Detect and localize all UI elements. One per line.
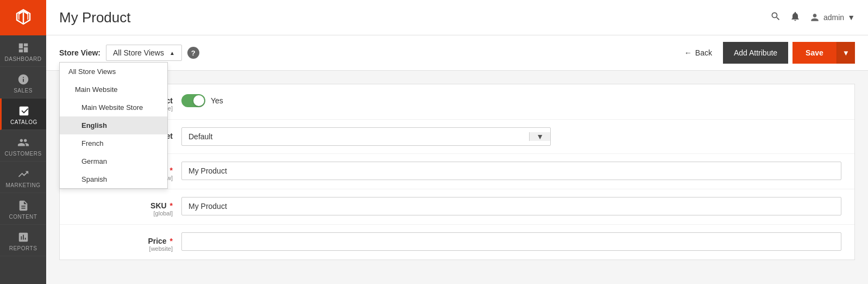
sidebar-item-marketing-label: Marketing (6, 182, 41, 188)
enable-product-value: Yes (211, 96, 223, 105)
select-arrow-icon: ▼ (529, 132, 550, 141)
sidebar: Dashboard Sales Catalog Customers Market… (0, 0, 46, 284)
back-label: Back (695, 48, 712, 57)
sidebar-item-dashboard[interactable]: Dashboard (0, 35, 46, 67)
svg-rect-0 (22, 12, 23, 23)
attribute-set-select-wrapper: Default ▼ (181, 127, 551, 146)
dropdown-item-main-website-store[interactable]: Main Website Store (60, 98, 167, 116)
save-button-group: Save ▼ (792, 42, 855, 64)
main-content: My Product admin ▼ Store View: All Store… (46, 0, 868, 284)
admin-menu[interactable]: admin ▼ (809, 12, 855, 23)
sidebar-item-dashboard-label: Dashboard (5, 56, 42, 62)
help-icon[interactable]: ? (187, 47, 199, 59)
sidebar-item-sales[interactable]: Sales (0, 67, 46, 98)
save-button[interactable]: Save (792, 42, 836, 64)
page-title: My Product (59, 9, 131, 26)
product-name-row: Product Name * [store view] (60, 154, 854, 189)
store-view-group: Store View: All Store Views ? All Store … (59, 45, 199, 61)
enable-product-control: Yes (181, 92, 841, 107)
form-content: Enable Product [website] Yes Attribute S… (46, 71, 868, 284)
price-label: Price * (73, 237, 173, 245)
enable-product-row: Enable Product [website] Yes (60, 84, 854, 120)
sidebar-item-sales-label: Sales (14, 88, 33, 94)
product-name-control (181, 162, 841, 180)
store-view-selector[interactable]: All Store Views (106, 45, 182, 61)
store-view-label: Store View: (59, 48, 100, 57)
add-attribute-button[interactable]: Add Attribute (723, 42, 788, 64)
toolbar-right: ← Back Add Attribute Save ▼ (678, 42, 855, 64)
save-dropdown-button[interactable]: ▼ (836, 42, 855, 64)
dropdown-item-spanish[interactable]: Spanish (60, 170, 167, 188)
product-name-input[interactable] (181, 162, 841, 180)
attribute-set-select[interactable]: Default (182, 128, 529, 145)
attribute-set-control: Default ▼ (181, 127, 841, 146)
enable-product-toggle-group: Yes (181, 92, 841, 107)
sku-row: SKU * [global] (60, 189, 854, 225)
page-toolbar: Store View: All Store Views ? All Store … (46, 35, 868, 71)
sidebar-item-content[interactable]: Content (0, 193, 46, 225)
sku-input[interactable] (181, 197, 841, 215)
dropdown-item-main-website[interactable]: Main Website (60, 81, 167, 98)
dropdown-item-all-store-views[interactable]: All Store Views (60, 63, 167, 81)
sidebar-item-customers[interactable]: Customers (0, 130, 46, 162)
sku-label-group: SKU * [global] (73, 197, 181, 217)
dropdown-item-english[interactable]: English (60, 116, 167, 134)
sidebar-item-content-label: Content (9, 214, 37, 220)
admin-dropdown-icon: ▼ (847, 13, 855, 22)
back-arrow-icon: ← (684, 48, 692, 57)
product-form: Enable Product [website] Yes Attribute S… (59, 84, 855, 260)
product-name-required: * (168, 166, 173, 175)
sku-scope: [global] (73, 210, 173, 217)
admin-label: admin (823, 13, 844, 22)
sidebar-item-catalog[interactable]: Catalog (0, 98, 46, 130)
store-view-dropdown: All Store Views Main Website Main Websit… (59, 62, 168, 189)
attribute-set-row: Attribute Set Default ▼ (60, 120, 854, 154)
dropdown-item-french[interactable]: French (60, 134, 167, 152)
price-row: Price * [website] (60, 225, 854, 260)
sku-required: * (168, 201, 173, 210)
enable-product-toggle[interactable] (181, 94, 205, 107)
page-header: My Product admin ▼ (46, 0, 868, 35)
bell-icon[interactable] (790, 11, 801, 24)
magento-logo[interactable] (0, 0, 46, 35)
price-label-group: Price * [website] (73, 232, 181, 252)
sidebar-item-customers-label: Customers (4, 151, 41, 157)
search-icon[interactable] (770, 11, 781, 24)
toggle-knob (193, 95, 204, 106)
sidebar-item-marketing[interactable]: Marketing (0, 162, 46, 193)
price-control (181, 232, 841, 251)
sidebar-item-reports[interactable]: Reports (0, 225, 46, 256)
sidebar-item-reports-label: Reports (9, 245, 37, 251)
save-dropdown-arrow: ▼ (842, 49, 850, 57)
header-actions: admin ▼ (770, 11, 855, 24)
sku-control (181, 197, 841, 215)
sku-label: SKU * (73, 201, 173, 210)
back-button[interactable]: ← Back (678, 44, 719, 61)
price-required: * (168, 237, 173, 245)
sidebar-item-catalog-label: Catalog (10, 119, 37, 125)
price-scope: [website] (73, 245, 173, 252)
store-view-value: All Store Views (113, 48, 164, 57)
dropdown-item-german[interactable]: German (60, 152, 167, 170)
price-input[interactable] (181, 232, 841, 251)
